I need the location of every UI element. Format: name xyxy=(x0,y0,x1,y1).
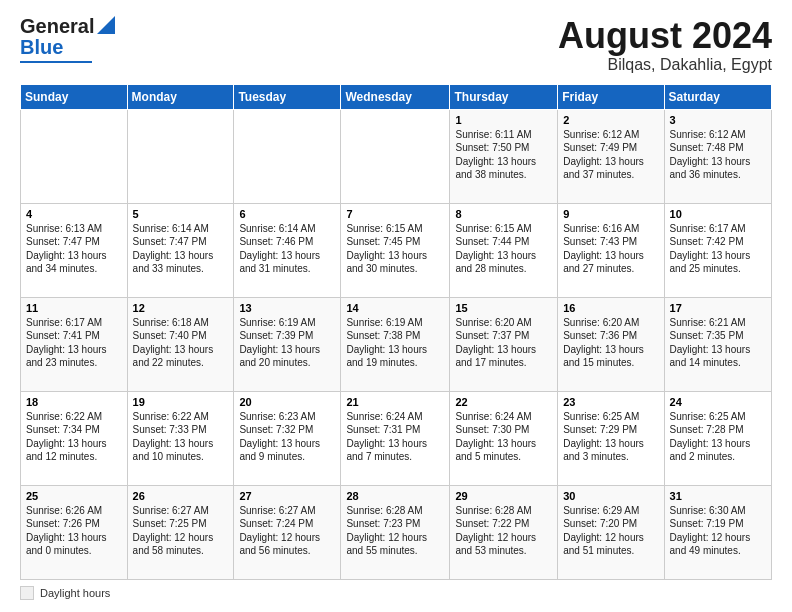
day-info: Sunrise: 6:19 AMSunset: 7:38 PMDaylight:… xyxy=(346,317,427,369)
day-number: 23 xyxy=(563,396,658,408)
table-row: 2 Sunrise: 6:12 AMSunset: 7:49 PMDayligh… xyxy=(558,109,664,203)
day-number: 12 xyxy=(133,302,229,314)
table-row: 31 Sunrise: 6:30 AMSunset: 7:19 PMDaylig… xyxy=(664,485,771,579)
day-info: Sunrise: 6:15 AMSunset: 7:44 PMDaylight:… xyxy=(455,223,536,275)
table-row: 3 Sunrise: 6:12 AMSunset: 7:48 PMDayligh… xyxy=(664,109,771,203)
day-info: Sunrise: 6:20 AMSunset: 7:37 PMDaylight:… xyxy=(455,317,536,369)
day-number: 10 xyxy=(670,208,766,220)
day-number: 31 xyxy=(670,490,766,502)
day-info: Sunrise: 6:17 AMSunset: 7:42 PMDaylight:… xyxy=(670,223,751,275)
logo-blue: Blue xyxy=(20,36,63,59)
day-number: 4 xyxy=(26,208,122,220)
page: General Blue August 2024 Bilqas, Dakahli… xyxy=(0,0,792,612)
calendar-week-row: 1 Sunrise: 6:11 AMSunset: 7:50 PMDayligh… xyxy=(21,109,772,203)
header-saturday: Saturday xyxy=(664,84,771,109)
table-row: 9 Sunrise: 6:16 AMSunset: 7:43 PMDayligh… xyxy=(558,203,664,297)
day-number: 18 xyxy=(26,396,122,408)
day-info: Sunrise: 6:19 AMSunset: 7:39 PMDaylight:… xyxy=(239,317,320,369)
day-number: 8 xyxy=(455,208,552,220)
header-tuesday: Tuesday xyxy=(234,84,341,109)
logo-triangle-icon xyxy=(97,16,115,34)
table-row: 1 Sunrise: 6:11 AMSunset: 7:50 PMDayligh… xyxy=(450,109,558,203)
day-info: Sunrise: 6:25 AMSunset: 7:28 PMDaylight:… xyxy=(670,411,751,463)
day-number: 21 xyxy=(346,396,444,408)
table-row: 10 Sunrise: 6:17 AMSunset: 7:42 PMDaylig… xyxy=(664,203,771,297)
logo-general: General xyxy=(20,16,94,36)
day-number: 1 xyxy=(455,114,552,126)
day-info: Sunrise: 6:12 AMSunset: 7:49 PMDaylight:… xyxy=(563,129,644,181)
day-number: 3 xyxy=(670,114,766,126)
table-row xyxy=(127,109,234,203)
day-info: Sunrise: 6:22 AMSunset: 7:34 PMDaylight:… xyxy=(26,411,107,463)
header: General Blue August 2024 Bilqas, Dakahli… xyxy=(20,16,772,74)
table-row: 22 Sunrise: 6:24 AMSunset: 7:30 PMDaylig… xyxy=(450,391,558,485)
day-number: 26 xyxy=(133,490,229,502)
day-info: Sunrise: 6:25 AMSunset: 7:29 PMDaylight:… xyxy=(563,411,644,463)
day-info: Sunrise: 6:27 AMSunset: 7:25 PMDaylight:… xyxy=(133,505,214,557)
calendar-week-row: 4 Sunrise: 6:13 AMSunset: 7:47 PMDayligh… xyxy=(21,203,772,297)
weekday-header-row: Sunday Monday Tuesday Wednesday Thursday… xyxy=(21,84,772,109)
table-row: 19 Sunrise: 6:22 AMSunset: 7:33 PMDaylig… xyxy=(127,391,234,485)
table-row: 26 Sunrise: 6:27 AMSunset: 7:25 PMDaylig… xyxy=(127,485,234,579)
title-block: August 2024 Bilqas, Dakahlia, Egypt xyxy=(558,16,772,74)
day-number: 24 xyxy=(670,396,766,408)
day-number: 28 xyxy=(346,490,444,502)
table-row: 11 Sunrise: 6:17 AMSunset: 7:41 PMDaylig… xyxy=(21,297,128,391)
table-row: 14 Sunrise: 6:19 AMSunset: 7:38 PMDaylig… xyxy=(341,297,450,391)
day-number: 29 xyxy=(455,490,552,502)
calendar-week-row: 18 Sunrise: 6:22 AMSunset: 7:34 PMDaylig… xyxy=(21,391,772,485)
day-number: 17 xyxy=(670,302,766,314)
calendar-title: August 2024 xyxy=(558,16,772,56)
table-row: 13 Sunrise: 6:19 AMSunset: 7:39 PMDaylig… xyxy=(234,297,341,391)
day-number: 20 xyxy=(239,396,335,408)
table-row: 21 Sunrise: 6:24 AMSunset: 7:31 PMDaylig… xyxy=(341,391,450,485)
day-info: Sunrise: 6:17 AMSunset: 7:41 PMDaylight:… xyxy=(26,317,107,369)
header-wednesday: Wednesday xyxy=(341,84,450,109)
day-number: 9 xyxy=(563,208,658,220)
day-info: Sunrise: 6:23 AMSunset: 7:32 PMDaylight:… xyxy=(239,411,320,463)
day-info: Sunrise: 6:30 AMSunset: 7:19 PMDaylight:… xyxy=(670,505,751,557)
table-row: 29 Sunrise: 6:28 AMSunset: 7:22 PMDaylig… xyxy=(450,485,558,579)
logo-underline xyxy=(20,61,92,63)
calendar-table: Sunday Monday Tuesday Wednesday Thursday… xyxy=(20,84,772,580)
day-number: 25 xyxy=(26,490,122,502)
day-number: 6 xyxy=(239,208,335,220)
svg-marker-0 xyxy=(97,16,115,34)
header-monday: Monday xyxy=(127,84,234,109)
calendar-week-row: 11 Sunrise: 6:17 AMSunset: 7:41 PMDaylig… xyxy=(21,297,772,391)
table-row: 7 Sunrise: 6:15 AMSunset: 7:45 PMDayligh… xyxy=(341,203,450,297)
logo-text-block: General Blue xyxy=(20,16,115,63)
table-row: 6 Sunrise: 6:14 AMSunset: 7:46 PMDayligh… xyxy=(234,203,341,297)
day-info: Sunrise: 6:12 AMSunset: 7:48 PMDaylight:… xyxy=(670,129,751,181)
table-row: 18 Sunrise: 6:22 AMSunset: 7:34 PMDaylig… xyxy=(21,391,128,485)
day-number: 7 xyxy=(346,208,444,220)
table-row: 4 Sunrise: 6:13 AMSunset: 7:47 PMDayligh… xyxy=(21,203,128,297)
day-number: 11 xyxy=(26,302,122,314)
header-friday: Friday xyxy=(558,84,664,109)
table-row xyxy=(234,109,341,203)
day-info: Sunrise: 6:26 AMSunset: 7:26 PMDaylight:… xyxy=(26,505,107,557)
daylight-label: Daylight hours xyxy=(40,587,110,599)
day-info: Sunrise: 6:13 AMSunset: 7:47 PMDaylight:… xyxy=(26,223,107,275)
day-number: 16 xyxy=(563,302,658,314)
day-number: 14 xyxy=(346,302,444,314)
day-number: 27 xyxy=(239,490,335,502)
day-number: 30 xyxy=(563,490,658,502)
header-thursday: Thursday xyxy=(450,84,558,109)
calendar-subtitle: Bilqas, Dakahlia, Egypt xyxy=(558,56,772,74)
table-row xyxy=(341,109,450,203)
footer: Daylight hours xyxy=(20,586,772,600)
table-row: 5 Sunrise: 6:14 AMSunset: 7:47 PMDayligh… xyxy=(127,203,234,297)
table-row: 30 Sunrise: 6:29 AMSunset: 7:20 PMDaylig… xyxy=(558,485,664,579)
table-row: 15 Sunrise: 6:20 AMSunset: 7:37 PMDaylig… xyxy=(450,297,558,391)
table-row: 20 Sunrise: 6:23 AMSunset: 7:32 PMDaylig… xyxy=(234,391,341,485)
day-number: 13 xyxy=(239,302,335,314)
day-info: Sunrise: 6:29 AMSunset: 7:20 PMDaylight:… xyxy=(563,505,644,557)
day-number: 5 xyxy=(133,208,229,220)
day-info: Sunrise: 6:24 AMSunset: 7:31 PMDaylight:… xyxy=(346,411,427,463)
table-row: 12 Sunrise: 6:18 AMSunset: 7:40 PMDaylig… xyxy=(127,297,234,391)
day-info: Sunrise: 6:15 AMSunset: 7:45 PMDaylight:… xyxy=(346,223,427,275)
day-info: Sunrise: 6:28 AMSunset: 7:22 PMDaylight:… xyxy=(455,505,536,557)
day-number: 19 xyxy=(133,396,229,408)
day-info: Sunrise: 6:22 AMSunset: 7:33 PMDaylight:… xyxy=(133,411,214,463)
